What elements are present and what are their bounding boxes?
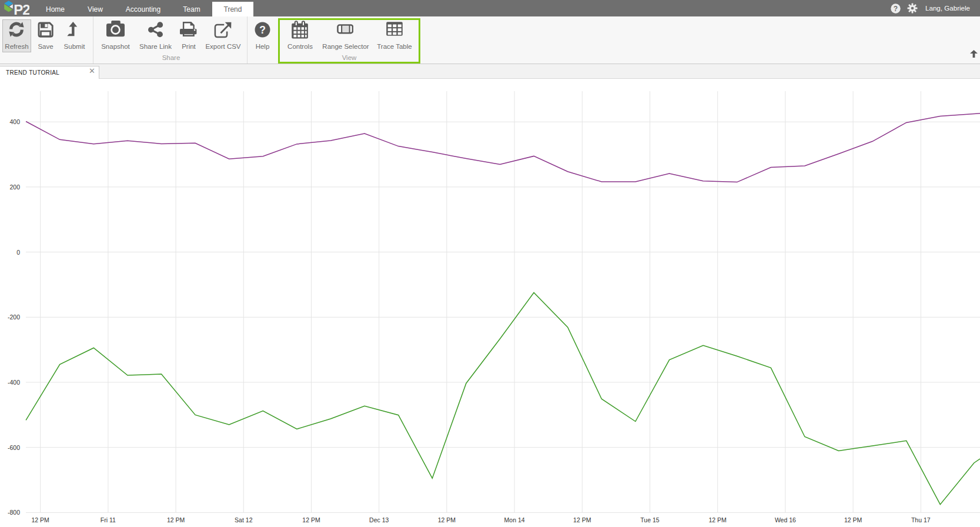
svg-text:?: ? [259, 24, 266, 36]
svg-text:?: ? [894, 5, 898, 13]
svg-text:P2: P2 [14, 2, 29, 16]
